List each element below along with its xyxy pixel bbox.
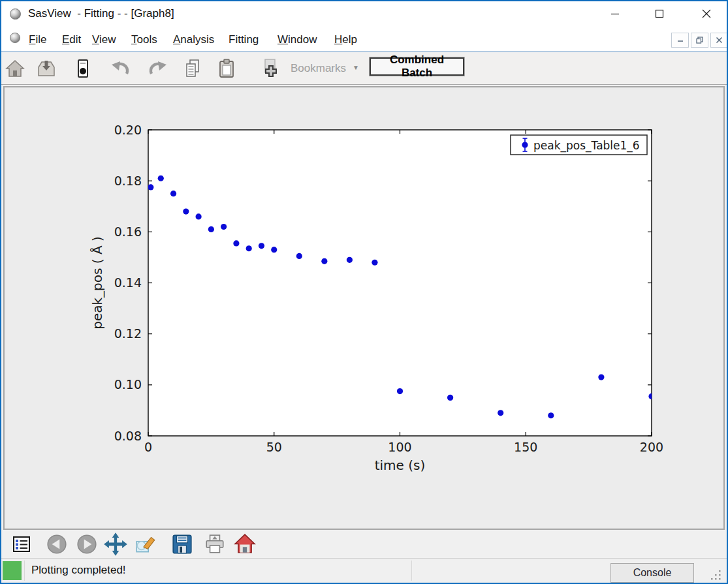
data-point	[148, 184, 153, 190]
plot-legend[interactable]: peak_pos_Table1_6	[511, 135, 647, 155]
x-tick-label: 100	[388, 440, 411, 454]
y-axis-label: peak_pos ( Å )	[89, 236, 105, 330]
print-button[interactable]	[202, 532, 227, 557]
x-axis-label: time (s)	[375, 457, 426, 473]
report-icon	[72, 58, 93, 79]
main-toolbar: Bookmarks ▼ Combined Batch	[1, 54, 727, 85]
mdi-minimize-button[interactable]	[671, 33, 689, 48]
plot-panel: 0501001502000.080.100.120.140.160.180.20…	[3, 86, 725, 530]
mdi-restore-button[interactable]	[691, 33, 708, 48]
data-point	[221, 224, 227, 230]
x-tick-label: 200	[640, 440, 663, 454]
redo-button[interactable]	[146, 57, 168, 80]
pan-icon	[103, 532, 128, 557]
menu-file[interactable]: File	[29, 31, 46, 48]
legend-label: peak_pos_Table1_6	[533, 139, 640, 153]
redo-icon	[146, 58, 168, 79]
menu-analysis[interactable]: Analysis	[173, 31, 214, 48]
data-point	[447, 395, 453, 401]
close-button[interactable]	[692, 1, 721, 26]
x-tick-label: 0	[144, 440, 152, 454]
divider	[24, 561, 25, 581]
x-tick-label: 150	[514, 440, 537, 454]
bookmark-add-icon	[260, 57, 282, 80]
status-indicator	[3, 561, 22, 580]
data-point	[347, 257, 353, 263]
data-point	[196, 213, 202, 219]
forward-icon	[76, 533, 98, 555]
data-point	[271, 247, 277, 253]
y-tick-label: 0.20	[114, 123, 142, 137]
data-point	[372, 260, 377, 266]
app-icon[interactable]	[10, 8, 21, 20]
home-button[interactable]	[4, 57, 26, 80]
mdi-close-button[interactable]	[710, 33, 728, 48]
undo-button[interactable]	[110, 57, 132, 80]
save-plot-button[interactable]	[170, 532, 195, 557]
resize-grip[interactable]	[710, 569, 721, 581]
menu-window[interactable]: Window	[277, 31, 317, 48]
minimize-button[interactable]	[601, 1, 629, 26]
save-plot-icon	[171, 533, 193, 555]
plot-canvas[interactable]: 0501001502000.080.100.120.140.160.180.20…	[5, 87, 723, 529]
pan-button[interactable]	[103, 532, 128, 557]
menu-edit[interactable]: Edit	[62, 31, 81, 48]
menu-tools[interactable]: Tools	[131, 31, 157, 48]
zoom-edit-icon	[134, 533, 157, 555]
x-tick-label: 50	[266, 440, 282, 454]
status-message: Plotting completed!	[31, 564, 126, 577]
bookmark-add-button[interactable]	[260, 57, 282, 80]
mdi-restore-icon	[695, 36, 704, 44]
sasview-window: SasView - Fitting - - [Graph8] File Edit…	[0, 0, 728, 584]
maximize-button[interactable]	[645, 1, 674, 26]
home-icon	[5, 58, 25, 79]
copy-button[interactable]	[182, 57, 204, 80]
context-menu-button[interactable]	[9, 532, 34, 557]
back-icon	[46, 533, 68, 555]
report-button[interactable]	[72, 57, 94, 80]
mdi-close-icon	[716, 37, 723, 44]
minimize-icon	[610, 9, 620, 18]
mdi-system-icon[interactable]	[10, 33, 20, 43]
zoom-button[interactable]	[133, 532, 158, 557]
title-bar: SasView - Fitting - - [Graph8]	[1, 1, 727, 27]
data-point	[296, 253, 302, 259]
data-point	[158, 176, 164, 181]
status-bar: Plotting completed! Console	[1, 558, 727, 583]
legend-marker-icon	[522, 142, 528, 147]
y-tick-label: 0.12	[114, 326, 142, 341]
chevron-down-icon[interactable]: ▼	[353, 64, 359, 71]
data-point	[246, 245, 252, 251]
copy-icon	[182, 58, 203, 79]
paste-icon	[216, 58, 237, 79]
forward-button[interactable]	[74, 532, 99, 557]
context-list-icon	[11, 534, 32, 555]
menu-fitting[interactable]: Fitting	[229, 31, 259, 48]
y-tick-label: 0.16	[114, 224, 142, 239]
data-point	[233, 240, 239, 246]
back-button[interactable]	[44, 532, 69, 557]
data-point	[321, 258, 327, 264]
y-tick-label: 0.14	[114, 275, 142, 290]
y-tick-label: 0.18	[114, 174, 142, 188]
undo-icon	[110, 58, 132, 79]
data-point	[183, 208, 189, 214]
reset-button[interactable]	[232, 532, 257, 557]
combined-batch-button[interactable]: Combined Batch	[369, 57, 465, 76]
menu-bar: File Edit View Tools Analysis Fitting Wi…	[1, 27, 727, 52]
y-tick-label: 0.08	[114, 429, 142, 443]
save-icon	[36, 58, 57, 79]
data-point	[548, 412, 554, 418]
menu-view[interactable]: View	[92, 31, 116, 48]
close-icon	[702, 9, 711, 18]
data-point	[598, 375, 604, 380]
data-point	[498, 410, 503, 416]
menu-help[interactable]: Help	[334, 31, 357, 48]
data-point	[259, 243, 264, 249]
save-button[interactable]	[35, 57, 57, 80]
paste-button[interactable]	[215, 57, 238, 80]
window-title: SasView - Fitting - - [Graph8]	[28, 7, 174, 20]
console-button[interactable]: Console	[610, 563, 694, 583]
bookmarks-dropdown[interactable]: Bookmarks	[291, 62, 346, 75]
divider	[411, 561, 412, 581]
